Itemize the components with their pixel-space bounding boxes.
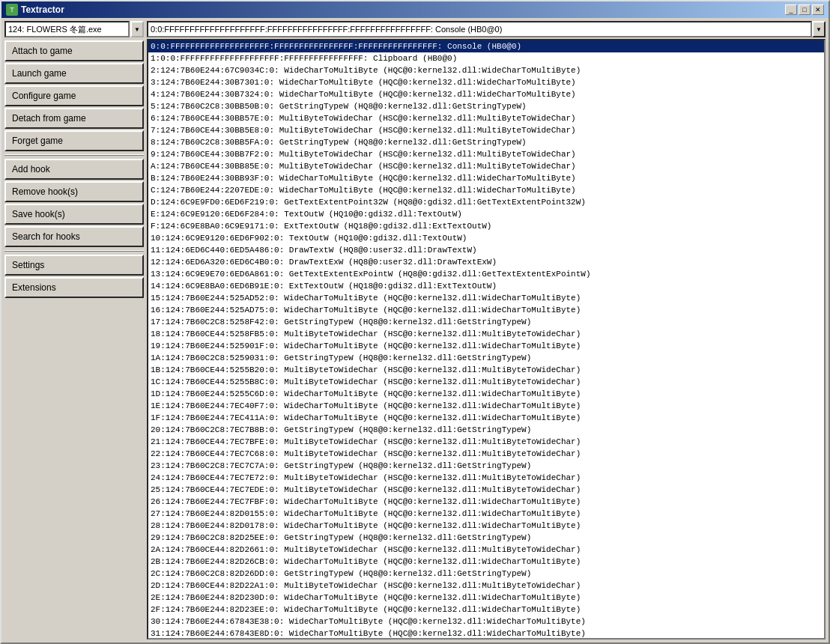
title-bar: T Textractor _ □ ✕ — [1, 1, 829, 18]
list-item[interactable]: 4:124:7B60E244:30B7324:0: WideCharToMult… — [148, 88, 824, 100]
list-item[interactable]: 1F:124:7B60E244:7EC411A:0: WideCharToMul… — [148, 412, 824, 424]
extensions-button[interactable]: Extensions — [4, 277, 144, 298]
list-item[interactable]: 13:124:6C9E9E70:6ED6A861:0: GetTextExten… — [148, 268, 824, 280]
list-item[interactable]: 14:124:6C9E8BA0:6ED6B91E:0: ExtTextOutW … — [148, 280, 824, 292]
list-item[interactable]: 10:124:6C9E9120:6ED6F902:0: TextOutW (HQ… — [148, 232, 824, 244]
list-item[interactable]: 12:124:6ED6A320:6ED6C4B0:0: DrawTextExW … — [148, 256, 824, 268]
list-item[interactable]: 3:124:7B60E244:30B7301:0: WideCharToMult… — [148, 76, 824, 88]
list-item[interactable]: 26:124:7B60E244:7EC7FBF:0: WideCharToMul… — [148, 496, 824, 508]
list-item[interactable]: 2:124:7B60E244:67C9034C:0: WideCharToMul… — [148, 64, 824, 76]
right-panel: 0:0:FFFFFFFFFFFFFFFFFFFF:FFFFFFFFFFFFFFF… — [147, 21, 826, 640]
list-item[interactable]: 1E:124:7B60E244:7EC40F7:0: WideCharToMul… — [148, 400, 824, 412]
attach-to-game-button[interactable]: Attach to game — [4, 40, 144, 61]
list-item[interactable]: 0:0:FFFFFFFFFFFFFFFFFFFF:FFFFFFFFFFFFFFF… — [148, 40, 824, 52]
list-item[interactable]: 2E:124:7B60E244:82D230D:0: WideCharToMul… — [148, 592, 824, 604]
sidebar-separator-1 — [4, 154, 144, 156]
list-item[interactable]: C:124:7B60E244:2207EDE:0: WideCharToMult… — [148, 184, 824, 196]
list-item[interactable]: 8:124:7B60C2C8:30BB5FA:0: GetStringTypeW… — [148, 136, 824, 148]
list-item[interactable]: 29:124:7B60C2C8:82D25EE:0: GetStringType… — [148, 532, 824, 544]
list-item[interactable]: 22:124:7B60CE44:7EC7C68:0: MultiByteToWi… — [148, 448, 824, 460]
list-item[interactable]: 2A:124:7B60CE44:82D2661:0: MultiByteToWi… — [148, 544, 824, 556]
output-list[interactable]: 0:0:FFFFFFFFFFFFFFFFFFFF:FFFFFFFFFFFFFFF… — [147, 39, 826, 640]
save-hooks-button[interactable]: Save hook(s) — [4, 204, 144, 225]
list-item[interactable]: 1C:124:7B60CE44:5255B8C:0: MultiByteToWi… — [148, 376, 824, 388]
close-button[interactable]: ✕ — [812, 4, 824, 15]
main-window: T Textractor _ □ ✕ 124: FLOWERS 冬篇.exe ▼… — [0, 0, 830, 644]
list-item[interactable]: F:124:6C9E8BA0:6C9E9171:0: ExtTextOutW (… — [148, 220, 824, 232]
list-item[interactable]: 9:124:7B60CE44:30BB7F2:0: MultiByteToWid… — [148, 148, 824, 160]
minimize-button[interactable]: _ — [785, 4, 797, 15]
list-item[interactable]: 2B:124:7B60E244:82D26CB:0: WideCharToMul… — [148, 556, 824, 568]
hook-selector-wrapper: 0:0:FFFFFFFFFFFFFFFFFFFF:FFFFFFFFFFFFFFF… — [147, 21, 826, 37]
game-selector-wrapper: 124: FLOWERS 冬篇.exe ▼ — [4, 21, 144, 37]
app-icon: T — [6, 4, 18, 16]
sidebar-separator-2 — [4, 250, 144, 252]
forget-game-button[interactable]: Forget game — [4, 130, 144, 151]
game-select[interactable]: 124: FLOWERS 冬篇.exe — [4, 21, 130, 37]
list-item[interactable]: 2C:124:7B60C2C8:82D26DD:0: GetStringType… — [148, 568, 824, 580]
list-item[interactable]: 7:124:7B60CE44:30BB5E8:0: MultiByteToWid… — [148, 124, 824, 136]
list-item[interactable]: 1D:124:7B60E244:5255C6D:0: WideCharToMul… — [148, 388, 824, 400]
search-for-hooks-button[interactable]: Search for hooks — [4, 226, 144, 247]
list-item[interactable]: 25:124:7B60CE44:7EC7EDE:0: MultiByteToWi… — [148, 484, 824, 496]
list-item[interactable]: 15:124:7B60E244:525AD52:0: WideCharToMul… — [148, 292, 824, 304]
list-item[interactable]: 16:124:7B60E244:525AD75:0: WideCharToMul… — [148, 304, 824, 316]
list-item[interactable]: 18:124:7B60CE44:5258FB5:0: MultiByteToWi… — [148, 328, 824, 340]
launch-game-button[interactable]: Launch game — [4, 63, 144, 84]
list-item[interactable]: 6:124:7B60CE44:30BB57E:0: MultiByteToWid… — [148, 112, 824, 124]
detach-from-game-button[interactable]: Detach from game — [4, 108, 144, 129]
title-controls: _ □ ✕ — [785, 4, 824, 15]
list-item[interactable]: 24:124:7B60CE44:7EC7E72:0: MultiByteToWi… — [148, 472, 824, 484]
game-select-arrow[interactable]: ▼ — [130, 21, 144, 37]
hook-select-arrow[interactable]: ▼ — [812, 21, 826, 37]
list-item[interactable]: 1A:124:7B60C2C8:5259031:0: GetStringType… — [148, 352, 824, 364]
list-item[interactable]: 1B:124:7B60CE44:5255B20:0: MultiByteToWi… — [148, 364, 824, 376]
list-item[interactable]: 21:124:7B60CE44:7EC7BFE:0: MultiByteToWi… — [148, 436, 824, 448]
list-item[interactable]: 23:124:7B60C2C8:7EC7C7A:0: GetStringType… — [148, 460, 824, 472]
settings-button[interactable]: Settings — [4, 255, 144, 276]
list-item[interactable]: 11:124:6ED6C440:6ED5A486:0: DrawTextW (H… — [148, 244, 824, 256]
list-item[interactable]: 30:124:7B60E244:67843E38:0: WideCharToMu… — [148, 616, 824, 628]
list-item[interactable]: D:124:6C9E9FD0:6ED6F219:0: GetTextExtent… — [148, 196, 824, 208]
list-item[interactable]: 17:124:7B60C2C8:5258F42:0: GetStringType… — [148, 316, 824, 328]
output-list-inner: 0:0:FFFFFFFFFFFFFFFFFFFF:FFFFFFFFFFFFFFF… — [148, 40, 824, 640]
list-item[interactable]: 31:124:7B60E244:67843E8D:0: WideCharToMu… — [148, 628, 824, 640]
list-item[interactable]: 5:124:7B60C2C8:30BB50B:0: GetStringTypeW… — [148, 100, 824, 112]
remove-hooks-button[interactable]: Remove hook(s) — [4, 181, 144, 202]
list-item[interactable]: 2D:124:7B60CE44:82D22A1:0: MultiByteToWi… — [148, 580, 824, 592]
list-item[interactable]: 20:124:7B60C2C8:7EC7B8B:0: GetStringType… — [148, 424, 824, 436]
list-item[interactable]: B:124:7B60E244:30BB93F:0: WideCharToMult… — [148, 172, 824, 184]
sidebar: 124: FLOWERS 冬篇.exe ▼ Attach to game Lau… — [4, 21, 144, 640]
list-item[interactable]: E:124:6C9E9120:6ED6F284:0: TextOutW (HQ1… — [148, 208, 824, 220]
list-item[interactable]: 1:0:0:FFFFFFFFFFFFFFFFFFFF:FFFFFFFFFFFFF… — [148, 52, 824, 64]
list-item[interactable]: 2F:124:7B60E244:82D23EE:0: WideCharToMul… — [148, 604, 824, 616]
main-content: 124: FLOWERS 冬篇.exe ▼ Attach to game Lau… — [1, 18, 829, 643]
title-bar-left: T Textractor — [6, 4, 64, 16]
list-item[interactable]: A:124:7B60CE44:30BB85E:0: MultiByteToWid… — [148, 160, 824, 172]
list-item[interactable]: 19:124:7B60E244:525901F:0: WideCharToMul… — [148, 340, 824, 352]
hook-select-display[interactable]: 0:0:FFFFFFFFFFFFFFFFFFFF:FFFFFFFFFFFFFFF… — [147, 21, 812, 37]
maximize-button[interactable]: □ — [799, 4, 811, 15]
list-item[interactable]: 28:124:7B60E244:82D0178:0: WideCharToMul… — [148, 520, 824, 532]
window-title: Textractor — [21, 4, 64, 15]
add-hook-button[interactable]: Add hook — [4, 159, 144, 180]
list-item[interactable]: 27:124:7B60E244:82D0155:0: WideCharToMul… — [148, 508, 824, 520]
configure-game-button[interactable]: Configure game — [4, 85, 144, 106]
